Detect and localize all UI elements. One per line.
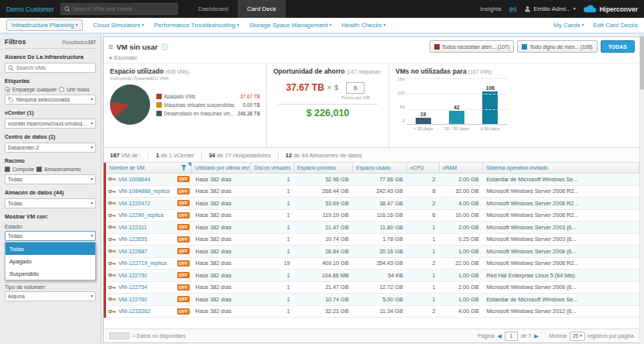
- column-header-vram[interactable]: vRAM: [440, 163, 483, 174]
- price-per-gb-input[interactable]: [346, 82, 365, 94]
- savings-count: (167 máquinas virtuales): [347, 69, 382, 74]
- nav-infrastructure-planning[interactable]: Infrastructure Planning▾: [6, 19, 83, 31]
- radio-join-all[interactable]: [59, 87, 64, 92]
- collapse-toggle[interactable]: ▴ Esconder: [104, 54, 639, 63]
- global-search-input[interactable]: [73, 5, 174, 12]
- os-cell: Red Hat Enterprise Linux 5 (64 bits): [483, 270, 639, 282]
- table-row[interactable]: VM-122754 OFF Hace 382 días 1 21.47 GB 1…: [105, 281, 639, 294]
- table-row[interactable]: VM-1008644 OFF Hace 382 días 1 52.96 GB …: [105, 174, 639, 186]
- nav-health-checks[interactable]: Health Checks▾: [341, 22, 385, 29]
- info-icon[interactable]: i: [161, 43, 168, 50]
- tab-card-deck[interactable]: Card Deck: [238, 0, 286, 18]
- checkbox-compute[interactable]: [5, 167, 10, 172]
- vm-search-input[interactable]: [16, 65, 93, 71]
- vm-name-link[interactable]: VM-122750: [118, 272, 147, 279]
- column-header-vcpu[interactable]: vCPU: [407, 163, 440, 174]
- key-icon: [108, 261, 116, 266]
- last-used-cell: Hace 382 días: [192, 305, 251, 318]
- column-header-disks[interactable]: Discos virtuales: [251, 163, 294, 174]
- vm-name-link[interactable]: VM-122754: [118, 284, 147, 291]
- key-icon: [108, 285, 116, 290]
- vram-cell: 10.00 GB: [440, 209, 483, 222]
- search-icon: [8, 65, 14, 71]
- cluster-select[interactable]: Todas ▾: [5, 174, 96, 184]
- os-cell: Microsoft Windows Server 2003 (6...: [483, 233, 639, 246]
- key-icon: [108, 213, 116, 218]
- table-row[interactable]: VM-122760 OFF Hace 382 días 1 10.74 GB 5…: [105, 294, 639, 306]
- todas-button[interactable]: TODAS: [601, 40, 635, 53]
- global-search-box[interactable]: [60, 3, 178, 15]
- vm-name-link[interactable]: VM-122760: [118, 296, 147, 303]
- datastore-select[interactable]: Todas ▾: [5, 198, 96, 208]
- page-number-input[interactable]: [505, 332, 518, 341]
- state-option-todas[interactable]: Todas: [5, 243, 95, 255]
- insights-link[interactable]: Insights: [480, 5, 502, 12]
- legend-item-desarrollado: Desarrollado en máquinas virtuales 246.3…: [156, 111, 260, 116]
- vertical-scrollbar[interactable]: [639, 34, 644, 344]
- disks-cell: 1: [251, 281, 294, 294]
- column-header-os[interactable]: Sistema operativo invitado: [483, 163, 639, 174]
- vm-name-link[interactable]: VM-1220472: [118, 200, 150, 207]
- table-row[interactable]: VM-122750 OFF Hace 382 días 1 104.86 MB …: [105, 270, 639, 282]
- provisioned-cell: 10.74 GB: [294, 294, 353, 306]
- vm-name-link[interactable]: VM-122311: [118, 224, 147, 231]
- vm-name-link[interactable]: VM-122719_replica: [118, 260, 166, 267]
- column-header-name[interactable]: Nombre de VM: [105, 163, 192, 174]
- nav-cloud-simulators[interactable]: Cloud Simulators▾: [93, 22, 144, 29]
- vcenter-select[interactable]: vcenter.hiperconvcloud.vmologos.com ▾: [5, 119, 96, 129]
- radio-match-any[interactable]: [5, 87, 10, 92]
- signal-icon[interactable]: ((•)): [509, 6, 516, 12]
- table-row[interactable]: VM-122687 OFF Hace 382 días 1 26.84 GB 2…: [105, 246, 639, 258]
- table-row[interactable]: VM-122655 OFF Hace 382 días 1 10.74 GB 1…: [105, 233, 639, 246]
- table-row[interactable]: VM-12290_replica OFF Hace 382 días 1 119…: [105, 209, 639, 222]
- page-size-select[interactable]: 25 ▾: [570, 332, 585, 341]
- customer-name[interactable]: Demo Customer: [6, 5, 54, 13]
- next-page-button[interactable]: ▶: [534, 333, 538, 339]
- checkbox-storage[interactable]: [36, 167, 42, 172]
- tags-select[interactable]: Ninguna seleccionada ▾: [5, 95, 96, 105]
- table-header-row: Nombre de VM Utilizado por última vez Di…: [105, 163, 639, 174]
- volume-type-label: Tipo de volumen:: [5, 284, 96, 290]
- datacenter-select[interactable]: Datacenter-2 ▾: [5, 143, 96, 153]
- scrollbar-thumb[interactable]: [640, 36, 644, 90]
- vm-name-link[interactable]: VM-1233262: [118, 308, 150, 315]
- table-row[interactable]: VM-122719_replica OFF Hace 382 días 19 4…: [105, 257, 639, 270]
- last-used-cell: Hace 382 días: [192, 257, 251, 270]
- menu-icon[interactable]: ≡: [108, 43, 113, 51]
- nav-performance-troubleshooting[interactable]: Performance Troubleshooting▾: [154, 22, 239, 29]
- vm-name-link[interactable]: VM-1008644: [118, 176, 150, 183]
- vm-search-box[interactable]: [5, 63, 96, 73]
- bar: [482, 91, 498, 124]
- vm-name-link[interactable]: VM-122655: [118, 236, 147, 243]
- filter-funnel-icon[interactable]: [181, 165, 187, 170]
- chevron-down-icon: ▾: [91, 294, 93, 299]
- savings-total: $ 226,010: [275, 108, 381, 119]
- needs-attention-toggle[interactable]: Todos necesitan aten... (107): [430, 40, 515, 53]
- vm-name-link[interactable]: VM-122687: [118, 248, 147, 255]
- column-header-provisioned[interactable]: Espacio provisto: [294, 163, 353, 174]
- user-menu[interactable]: Emilio Admi... ▾: [524, 5, 575, 12]
- vm-name-link[interactable]: VM-1084888_replica: [118, 187, 170, 194]
- table-row[interactable]: VM-1084888_replica OFF Hace 382 días 1 2…: [105, 185, 639, 198]
- volume-type-select[interactable]: Alguna ▾: [5, 291, 96, 301]
- my-cards-menu[interactable]: My Cards▾: [553, 22, 584, 29]
- power-off-badge: OFF: [177, 272, 190, 278]
- state-option-suspendido[interactable]: Suspendido: [5, 267, 95, 280]
- vram-cell: 1.00 GB: [440, 246, 483, 258]
- tab-dashboard[interactable]: Dashboard: [189, 0, 238, 18]
- power-off-badge: OFF: [177, 224, 190, 230]
- state-select[interactable]: Todas ▾: [5, 231, 96, 241]
- column-header-last-used[interactable]: Utilizado por última vez: [192, 163, 251, 174]
- nav-storage-space-management[interactable]: Storage Space Management▾: [249, 22, 332, 29]
- noteworthy-toggle[interactable]: Todo digno de men... (108): [517, 40, 597, 53]
- edit-card-decks-link[interactable]: Edit Card Decks: [593, 22, 638, 29]
- table-row[interactable]: VM-1220472 OFF Hace 382 días 1 53.69 GB …: [105, 198, 639, 210]
- column-header-used[interactable]: Espacio usado: [353, 163, 407, 174]
- prev-page-button[interactable]: ◀: [498, 333, 502, 339]
- card-deck-nav: Infrastructure Planning▾ Cloud Simulator…: [0, 18, 644, 34]
- key-icon: [108, 177, 116, 181]
- state-option-apagado[interactable]: Apagado: [5, 255, 95, 267]
- table-row[interactable]: VM-1233262 OFF Hace 382 días 1 32.21 GB …: [105, 305, 639, 318]
- vm-name-link[interactable]: VM-12290_replica: [118, 212, 163, 218]
- table-row[interactable]: VM-122311 OFF Hace 382 días 1 21.47 GB 1…: [105, 222, 639, 234]
